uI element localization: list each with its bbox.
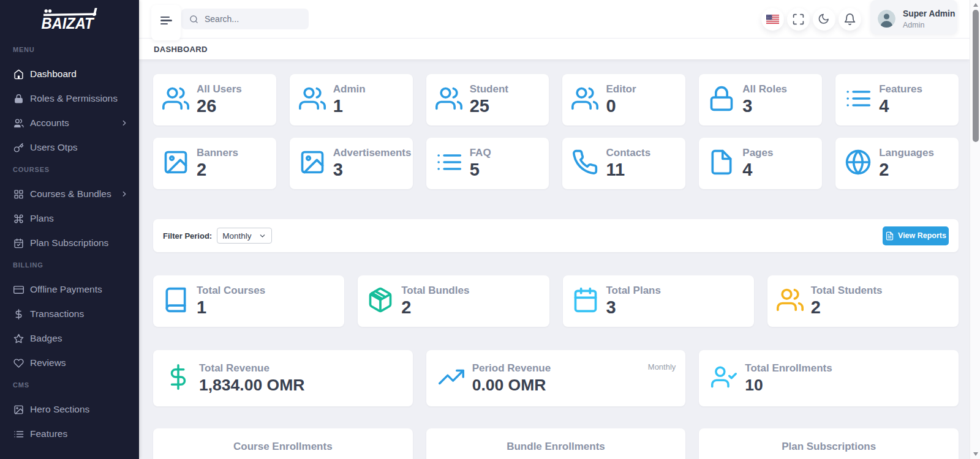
svg-text:BAIZAT: BAIZAT — [42, 14, 95, 32]
